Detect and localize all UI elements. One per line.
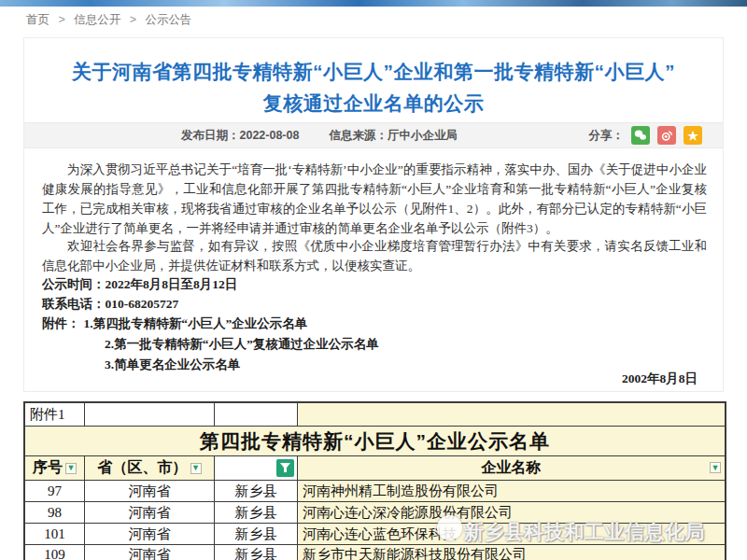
info-source-value: 厅中小企业局 bbox=[388, 129, 458, 142]
cell-company: 新乡市中天新能源科技股份有限公司 bbox=[298, 545, 725, 560]
breadcrumb-separator: > bbox=[130, 13, 136, 26]
table-note-row: 附件1 bbox=[25, 403, 725, 427]
attachments-label: 附件： bbox=[42, 316, 80, 330]
meta-bar: 发布日期：2022-08-08 信息来源：厅中小企业局 分享： ★ bbox=[24, 122, 723, 148]
active-filter-funnel-icon[interactable] bbox=[276, 459, 294, 477]
publish-date-label: 发布日期： bbox=[181, 129, 240, 142]
share-group: 分享： ★ bbox=[589, 126, 703, 145]
cell-province: 河南省 bbox=[85, 502, 215, 523]
header-company: 企业名称 ▼ bbox=[298, 456, 725, 480]
weibo-share-icon[interactable] bbox=[657, 126, 676, 145]
attachment-item-1: 1.第四批专精特新“小巨人”企业公示名单 bbox=[84, 316, 308, 330]
breadcrumb-info-disclosure[interactable]: 信息公开 bbox=[74, 13, 120, 26]
filter-dropdown-icon[interactable]: ▼ bbox=[190, 463, 202, 474]
header-province-label: 省（区、市） bbox=[98, 458, 188, 478]
cell-company: 河南神州精工制造股份有限公司 bbox=[298, 481, 725, 501]
note-empty-cell bbox=[215, 403, 298, 426]
table-row: 101 河南省 新乡县 河南心连心蓝色环保科技 bbox=[25, 524, 725, 545]
cell-county: 新乡县 bbox=[215, 545, 298, 560]
table-title-row: 第四批专精特新“小巨人”企业公示名单 bbox=[25, 427, 725, 456]
article-title: 关于河南省第四批专精特新“小巨人”企业和第一批专精特新“小巨人”复核通过企业名单… bbox=[65, 56, 682, 119]
attachments-line: 附件：1.第四批专精特新“小巨人”企业公示名单 bbox=[42, 315, 307, 332]
sign-date: 2002年8月8日 bbox=[622, 371, 698, 387]
header-province: 省（区、市） ▼ bbox=[85, 456, 215, 480]
cell-county: 新乡县 bbox=[215, 502, 298, 523]
top-blue-bar bbox=[0, 0, 747, 7]
cell-county: 新乡县 bbox=[215, 481, 298, 501]
info-source-label: 信息来源： bbox=[329, 129, 388, 142]
cell-county: 新乡县 bbox=[215, 524, 298, 544]
header-company-label: 企业名称 bbox=[482, 458, 542, 478]
article-paragraph-1: 为深入贯彻习近平总书记关于“培育一批‘专精特新’中小企业”的重要指示精神，落实中… bbox=[42, 160, 707, 238]
header-seq-label: 序号 bbox=[33, 458, 63, 478]
note-empty-cell bbox=[85, 403, 215, 426]
attachment-item-3: 3.简单更名企业公示名单 bbox=[105, 357, 240, 373]
page: 首页 > 信息公开 > 公示公告 关于河南省第四批专精特新“小巨人”企业和第一批… bbox=[0, 0, 747, 560]
filter-dropdown-icon[interactable]: ▼ bbox=[65, 463, 77, 474]
attachment-item-2: 2.第一批专精特新“小巨人”复核通过企业公示名单 bbox=[105, 336, 379, 353]
publish-date-value: 2022-08-08 bbox=[240, 129, 300, 142]
attachment1-note: 附件1 bbox=[25, 403, 85, 426]
contact-phone-line: 联系电话：010-68205727 bbox=[42, 296, 178, 313]
breadcrumb-separator: > bbox=[58, 13, 64, 26]
table-row: 97 河南省 新乡县 河南神州精工制造股份有限公司 bbox=[25, 481, 725, 502]
cell-seq: 109 bbox=[25, 545, 85, 560]
table-row: 109 河南省 新乡县 新乡市中天新能源科技股份有限公司 bbox=[25, 545, 725, 560]
header-seq: 序号 ▼ bbox=[25, 456, 85, 480]
company-table: 附件1 第四批专精特新“小巨人”企业公示名单 序号 ▼ 省（区、市） ▼ bbox=[23, 401, 726, 560]
qzone-star-icon[interactable]: ★ bbox=[684, 126, 702, 145]
cell-company: 河南心连心蓝色环保科技 bbox=[298, 524, 725, 544]
wechat-share-icon[interactable] bbox=[631, 126, 650, 145]
publish-date: 发布日期：2022-08-08 bbox=[181, 128, 299, 144]
breadcrumb-notices[interactable]: 公示公告 bbox=[146, 13, 192, 26]
breadcrumb: 首页 > 信息公开 > 公示公告 bbox=[26, 12, 192, 28]
cell-company: 河南心连心深冷能源股份有限公司 bbox=[298, 502, 725, 523]
breadcrumb-home[interactable]: 首页 bbox=[26, 13, 49, 26]
table-row: 98 河南省 新乡县 河南心连心深冷能源股份有限公司 bbox=[25, 502, 725, 524]
header-county bbox=[215, 456, 298, 480]
info-source: 信息来源：厅中小企业局 bbox=[329, 128, 458, 144]
public-time-line: 公示时间：2022年8月8日至8月12日 bbox=[42, 276, 237, 293]
filter-dropdown-icon[interactable]: ▼ bbox=[710, 462, 721, 473]
cell-province: 河南省 bbox=[85, 481, 215, 501]
table-title: 第四批专精特新“小巨人”企业公示名单 bbox=[25, 427, 725, 455]
share-label: 分享： bbox=[589, 128, 625, 144]
note-empty-cell bbox=[298, 403, 725, 426]
cell-province: 河南省 bbox=[85, 545, 215, 560]
cell-seq: 97 bbox=[25, 481, 85, 501]
cell-seq: 98 bbox=[25, 502, 85, 523]
table-header-row: 序号 ▼ 省（区、市） ▼ 企业名称 ▼ bbox=[25, 456, 725, 481]
cell-province: 河南省 bbox=[85, 524, 215, 544]
article-paragraph-2: 欢迎社会各界参与监督，如有异议，按照《优质中小企业梯度培育管理暂行办法》中有关要… bbox=[42, 236, 707, 275]
cell-seq: 101 bbox=[25, 524, 85, 544]
